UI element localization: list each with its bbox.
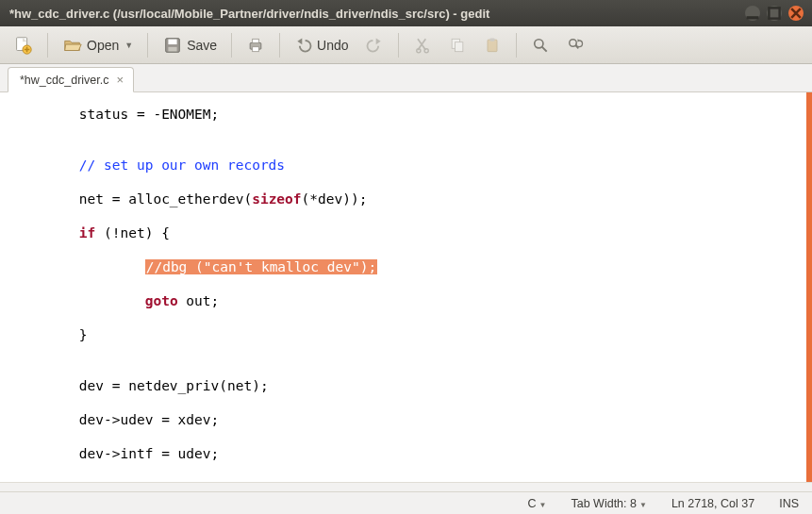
svg-point-10 bbox=[416, 48, 420, 52]
paste-icon bbox=[483, 36, 502, 55]
svg-point-11 bbox=[424, 48, 428, 52]
redo-icon bbox=[365, 36, 384, 55]
svg-rect-15 bbox=[489, 38, 494, 41]
chevron-down-icon: ▼ bbox=[539, 501, 547, 509]
find-button[interactable] bbox=[524, 31, 556, 59]
toolbar: Open ▼ Save Undo bbox=[0, 26, 812, 64]
close-button[interactable] bbox=[788, 6, 804, 21]
save-button[interactable]: Save bbox=[156, 30, 224, 60]
tab-close-icon[interactable]: × bbox=[117, 73, 124, 87]
tabbar: *hw_cdc_driver.c × bbox=[0, 64, 812, 92]
find-replace-icon bbox=[566, 36, 585, 55]
svg-rect-9 bbox=[253, 46, 259, 51]
open-label: Open bbox=[87, 38, 119, 53]
undo-icon bbox=[294, 36, 313, 55]
tab-width-selector[interactable]: Tab Width: 8▼ bbox=[571, 497, 646, 510]
code-line: status = -ENOMEM; bbox=[13, 106, 806, 123]
titlebar: *hw_cdc_driver.c (/usr/local/Mobile_Part… bbox=[0, 0, 812, 26]
horizontal-scrollbar[interactable] bbox=[0, 482, 812, 491]
print-button[interactable] bbox=[240, 31, 272, 59]
search-icon bbox=[531, 36, 550, 55]
cut-icon bbox=[413, 36, 432, 55]
code-line: net = alloc_etherdev(sizeof(*dev)); bbox=[13, 191, 806, 207]
insert-mode: INS bbox=[779, 497, 799, 510]
save-icon bbox=[162, 35, 183, 56]
code-line: dev = netdev_priv(net); bbox=[13, 377, 806, 394]
svg-rect-1 bbox=[769, 8, 779, 18]
find-replace-button[interactable] bbox=[559, 31, 591, 59]
code-line: goto out; bbox=[13, 292, 806, 309]
copy-button[interactable] bbox=[441, 31, 473, 59]
svg-rect-6 bbox=[169, 46, 177, 51]
new-document-button[interactable] bbox=[6, 30, 40, 60]
svg-rect-8 bbox=[253, 39, 259, 42]
copy-icon bbox=[448, 36, 467, 55]
new-document-icon bbox=[12, 35, 33, 56]
code-line: dev->intf = udev; bbox=[13, 445, 806, 462]
code-line: //dbg ("can't kmalloc dev"); bbox=[13, 258, 806, 275]
editor-area[interactable]: status = -ENOMEM; // set up our own reco… bbox=[0, 92, 812, 482]
separator bbox=[398, 33, 399, 58]
cursor-position: Ln 2718, Col 37 bbox=[671, 497, 754, 510]
undo-label: Undo bbox=[317, 38, 348, 53]
close-icon bbox=[788, 6, 804, 21]
cut-button[interactable] bbox=[406, 31, 439, 59]
code-line: // set up our own records bbox=[13, 157, 806, 174]
code-line: } bbox=[13, 326, 806, 343]
window-title: *hw_cdc_driver.c (/usr/local/Mobile_Part… bbox=[6, 7, 745, 21]
window-controls bbox=[745, 6, 806, 21]
save-label: Save bbox=[187, 38, 217, 53]
svg-rect-5 bbox=[169, 39, 177, 44]
separator bbox=[231, 33, 232, 58]
code-line: if (!net) { bbox=[13, 224, 806, 241]
redo-button[interactable] bbox=[358, 31, 390, 59]
tab-label: *hw_cdc_driver.c bbox=[20, 74, 109, 87]
minimize-icon bbox=[745, 6, 760, 21]
language-selector[interactable]: C▼ bbox=[528, 497, 547, 510]
separator bbox=[279, 33, 280, 58]
chevron-down-icon: ▼ bbox=[124, 41, 133, 50]
svg-point-16 bbox=[534, 39, 542, 47]
svg-rect-14 bbox=[488, 40, 497, 51]
code-line: dev->udev = xdev; bbox=[13, 411, 806, 428]
undo-button[interactable]: Undo bbox=[288, 31, 355, 59]
separator bbox=[516, 33, 517, 58]
code-line: /* Add for DTS2011050903736 lxz 20110520… bbox=[13, 479, 806, 482]
chevron-down-icon: ▼ bbox=[639, 501, 647, 509]
maximize-icon bbox=[767, 6, 782, 21]
paste-button[interactable] bbox=[476, 31, 508, 59]
tab-file[interactable]: *hw_cdc_driver.c × bbox=[8, 67, 134, 92]
svg-rect-0 bbox=[747, 16, 759, 19]
separator bbox=[47, 33, 48, 58]
svg-rect-13 bbox=[455, 41, 462, 51]
maximize-button[interactable] bbox=[767, 6, 782, 21]
printer-icon bbox=[246, 36, 265, 55]
open-button[interactable]: Open ▼ bbox=[56, 30, 140, 60]
minimize-button[interactable] bbox=[745, 6, 760, 21]
selection-highlight: //dbg ("can't kmalloc dev"); bbox=[145, 259, 377, 274]
open-folder-icon bbox=[62, 35, 83, 56]
statusbar: C▼ Tab Width: 8▼ Ln 2718, Col 37 INS bbox=[0, 491, 812, 514]
separator bbox=[147, 33, 148, 58]
